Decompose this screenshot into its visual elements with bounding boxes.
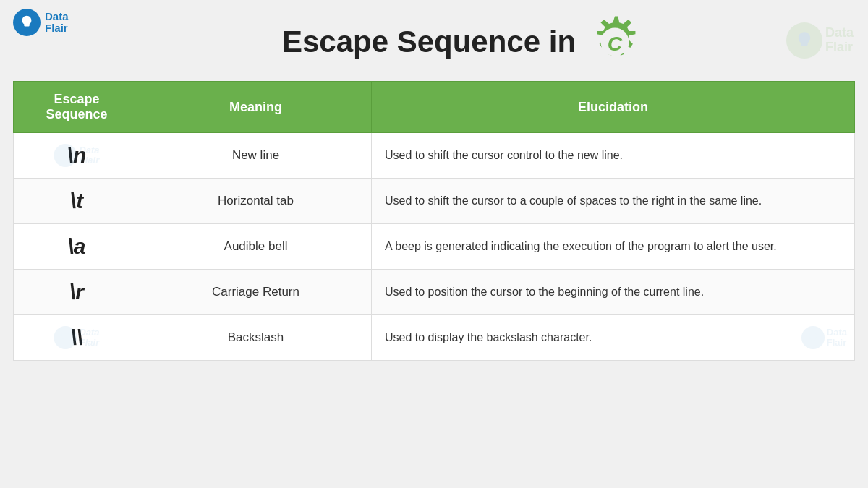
escape-sequence-table: EscapeSequence Meaning Elucidation \n (13, 81, 855, 361)
header: Data Flair Escape Sequence in C (0, 0, 868, 81)
row-watermark: Data Flair (54, 144, 99, 167)
meaning-cell: Audible bell (140, 224, 372, 270)
title-text: Escape Sequence in (282, 25, 576, 59)
page-title: Escape Sequence in C (14, 13, 854, 71)
col-header-elucidation: Elucidation (372, 82, 855, 133)
watermark-flair: Flair (825, 40, 854, 55)
sequence-cell: \\ Data Flair (14, 315, 140, 361)
table-row: \r Carriage Return Used to position the … (14, 270, 855, 315)
watermark-data: Data (825, 26, 854, 40)
elucidation-cell: Used to shift the cursor to a couple of … (372, 179, 855, 224)
header-watermark: Data Flair (786, 22, 854, 59)
elucidation-cell: Used to position the cursor to the begin… (372, 270, 855, 315)
meaning-cell: Horizontal tab (140, 179, 372, 224)
logo-icon (13, 9, 41, 36)
watermark-text: Data Flair (825, 26, 854, 55)
sequence-cell: \t (14, 179, 140, 224)
svg-text:C: C (608, 32, 623, 55)
row-watermark: Data Flair (54, 326, 99, 349)
col-header-sequence: EscapeSequence (14, 82, 140, 133)
sequence-cell: \r (14, 270, 140, 315)
table-row: \a Audible bell A beep is generated indi… (14, 224, 855, 270)
logo: Data Flair (13, 9, 69, 36)
meaning-cell: Backslash (140, 315, 372, 361)
meaning-cell: Carriage Return (140, 270, 372, 315)
sequence-cell: \a (14, 224, 140, 270)
meaning-cell: New line (140, 133, 372, 179)
table-container: EscapeSequence Meaning Elucidation \n (13, 81, 855, 361)
table-row: \\ Data Flair Backslash (14, 315, 855, 361)
table-header: EscapeSequence Meaning Elucidation (14, 82, 855, 133)
logo-flair: Flair (45, 22, 69, 35)
elucidation-cell: A beep is generated indicating the execu… (372, 224, 855, 270)
elucidation-cell: Used to shift the cursor control to the … (372, 133, 855, 179)
row-watermark-right: Data Flair (801, 326, 847, 349)
table-body: \n Data Flair New line Use (14, 133, 855, 361)
header-row: EscapeSequence Meaning Elucidation (14, 82, 855, 133)
logo-text: Data Flair (45, 11, 69, 35)
c-gear-icon: C (586, 13, 644, 71)
table-row: \n Data Flair New line Use (14, 133, 855, 179)
col-header-meaning: Meaning (140, 82, 372, 133)
logo-data: Data (45, 11, 69, 23)
watermark-icon (786, 22, 822, 59)
elucidation-cell: Used to display the backslash character.… (372, 315, 855, 361)
sequence-cell: \n Data Flair (14, 133, 140, 179)
table-row: \t Horizontal tab Used to shift the curs… (14, 179, 855, 224)
